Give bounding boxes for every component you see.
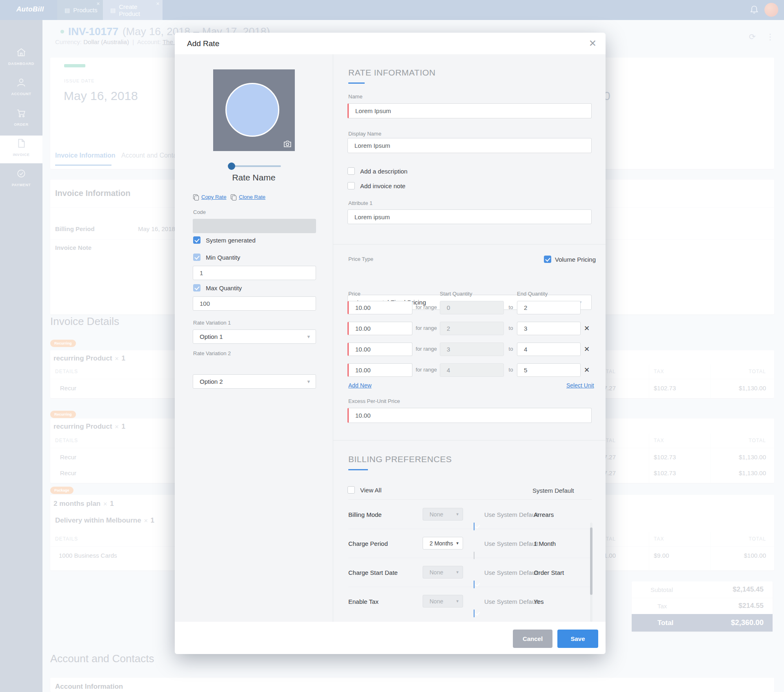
system-generated-row: System generated xyxy=(193,236,256,244)
view-all-label: View All xyxy=(360,487,381,494)
start-quantity-input[interactable] xyxy=(440,343,504,356)
name-input[interactable] xyxy=(347,103,592,118)
min-quantity-checkbox[interactable] xyxy=(193,254,200,261)
copy-icon xyxy=(193,194,198,200)
add-new-link[interactable]: Add New xyxy=(348,382,372,389)
attribute-1-input[interactable] xyxy=(347,209,592,224)
price-tier-row: for range to ✕ xyxy=(175,343,606,356)
screen: AutoBill ▤ Products ✕ ▤ Create Product ✕… xyxy=(0,0,784,692)
code-label: Code xyxy=(193,209,206,215)
chevron-down-icon: ▾ xyxy=(456,541,459,546)
close-icon[interactable]: ✕ xyxy=(589,38,597,49)
use-system-default-checkbox[interactable] xyxy=(474,610,474,617)
rate-image-placeholder[interactable] xyxy=(213,69,295,151)
start-quantity-input[interactable] xyxy=(440,301,504,314)
column-divider xyxy=(333,54,333,622)
price-input[interactable] xyxy=(347,343,412,356)
system-default-value: Arrears xyxy=(534,511,554,518)
enable-tax-select[interactable]: None ▾ xyxy=(423,595,463,607)
rate-information-title: RATE INFORMATION xyxy=(348,68,436,78)
remove-row-icon[interactable]: ✕ xyxy=(584,366,590,374)
system-default-value: Yes xyxy=(534,598,543,605)
slider-handle[interactable] xyxy=(228,162,235,170)
system-generated-label: System generated xyxy=(206,237,256,244)
end-quantity-input[interactable] xyxy=(517,301,581,314)
max-quantity-row: Max Quantity xyxy=(193,284,242,291)
system-default-value: Order Start xyxy=(534,569,564,576)
image-circle xyxy=(225,83,279,137)
image-zoom-slider[interactable] xyxy=(231,165,281,167)
chevron-down-icon: ▾ xyxy=(456,512,459,517)
billing-row-label: Billing Mode xyxy=(348,511,382,518)
end-quantity-input[interactable] xyxy=(517,343,581,356)
add-invoice-note-checkbox[interactable] xyxy=(347,182,355,189)
name-label: Name xyxy=(348,93,363,100)
add-description-checkbox[interactable] xyxy=(347,167,355,175)
chevron-down-icon: ▾ xyxy=(456,599,459,604)
excess-per-unit-label: Excess Per-Unit Price xyxy=(348,398,400,404)
remove-row-icon[interactable]: ✕ xyxy=(584,345,590,354)
billing-row-label: Charge Period xyxy=(348,540,388,547)
price-tier-row: for range to ✕ xyxy=(175,322,606,335)
save-button[interactable]: Save xyxy=(557,630,598,648)
remove-row-icon[interactable]: ✕ xyxy=(584,324,590,333)
select-unit-link[interactable]: Select Unit xyxy=(566,382,594,389)
max-quantity-checkbox[interactable] xyxy=(193,284,200,291)
volume-pricing-label: Volume Pricing xyxy=(555,256,596,263)
scrollbar[interactable] xyxy=(590,523,592,622)
excess-per-unit-input[interactable] xyxy=(347,408,592,423)
price-input[interactable] xyxy=(347,363,412,377)
volume-pricing-row: Volume Pricing xyxy=(544,256,596,263)
add-description-label: Add a description xyxy=(360,168,408,175)
view-all-row: View All xyxy=(347,486,381,494)
system-default-value: 1 Month xyxy=(534,540,556,547)
attribute-1-label: Attribute 1 xyxy=(348,200,372,206)
price-input[interactable] xyxy=(347,322,412,335)
billing-mode-select[interactable]: None ▾ xyxy=(423,508,463,521)
billing-row-label: Charge Start Date xyxy=(348,569,398,576)
modal-title: Add Rate xyxy=(187,39,219,48)
view-all-checkbox[interactable] xyxy=(347,486,355,494)
min-quantity-label: Min Quantity xyxy=(206,254,240,261)
end-quantity-input[interactable] xyxy=(517,363,581,377)
price-tier-row: for range to xyxy=(175,301,606,314)
cancel-button[interactable]: Cancel xyxy=(513,630,552,648)
billing-preferences-title: BILLING PREFERENCES xyxy=(348,454,452,464)
chevron-down-icon: ▾ xyxy=(456,570,459,575)
camera-icon[interactable] xyxy=(283,140,292,147)
chevron-down-icon: ▾ xyxy=(307,378,310,385)
system-default-header: System Default xyxy=(532,487,574,494)
system-generated-checkbox[interactable] xyxy=(193,236,200,244)
charge-period-select[interactable]: 2 Months ▾ xyxy=(423,537,463,550)
max-quantity-label: Max Quantity xyxy=(206,285,242,291)
price-input[interactable] xyxy=(347,301,412,314)
billing-row-charge-start-date: Charge Start Date None ▾ Use System Defa… xyxy=(348,558,592,587)
code-input[interactable] xyxy=(193,219,316,233)
section-accent xyxy=(348,469,368,470)
start-quantity-input[interactable] xyxy=(440,322,504,335)
add-invoice-note-label: Add invoice note xyxy=(360,182,405,189)
start-quantity-input[interactable] xyxy=(440,363,504,377)
clone-rate-link[interactable]: Clone Rate xyxy=(231,194,265,200)
add-invoice-note-row: Add invoice note xyxy=(347,182,405,189)
rate-name-title: Rate Name xyxy=(175,173,333,182)
price-type-label: Price Type xyxy=(348,256,373,262)
volume-pricing-checkbox[interactable] xyxy=(544,256,551,263)
end-quantity-input[interactable] xyxy=(517,322,581,335)
billing-row-label: Enable Tax xyxy=(348,598,379,605)
section-accent xyxy=(348,82,365,84)
charge-start-date-select[interactable]: None ▾ xyxy=(423,566,463,579)
modal-header xyxy=(175,33,606,54)
billing-row-charge-period: Charge Period 2 Months ▾ Use System Defa… xyxy=(348,529,592,558)
add-description-row: Add a description xyxy=(347,167,408,175)
display-name-label: Display Name xyxy=(348,131,381,137)
clone-icon xyxy=(231,194,236,200)
billing-row-enable-tax: Enable Tax None ▾ Use System Default Yes xyxy=(348,587,592,616)
min-quantity-input[interactable] xyxy=(193,266,316,280)
scrollbar-thumb[interactable] xyxy=(590,527,592,595)
copy-rate-link[interactable]: Copy Rate xyxy=(193,194,226,200)
add-rate-modal: Add Rate ✕ Rate Name Copy Rate Clone Rat… xyxy=(175,33,606,654)
display-name-input[interactable] xyxy=(347,138,592,153)
price-tier-row: for range to ✕ xyxy=(175,363,606,377)
billing-row-billing-mode: Billing Mode None ▾ Use System Default A… xyxy=(348,500,592,529)
